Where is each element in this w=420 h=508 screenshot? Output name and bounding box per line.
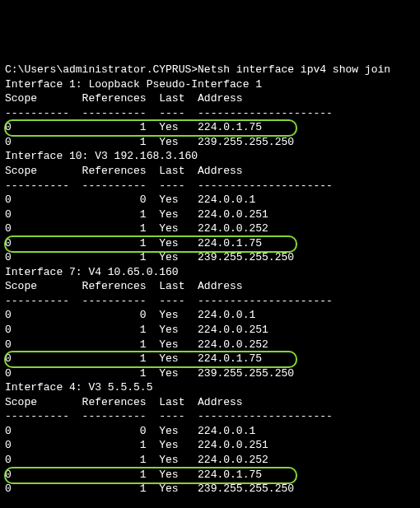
data-row: 0 1 Yes 224.0.1.75 [5,468,415,482]
data-row: 0 1 Yes 224.0.0.252 [5,338,415,352]
data-row: 0 1 Yes 224.0.1.75 [5,120,415,135]
column-headers: Scope References Last Address [5,279,415,294]
data-row: 0 1 Yes 239.255.255.250 [5,366,415,381]
interface-title: Interface 1: Loopback Pseudo-Interface 1 [5,77,415,92]
data-row: 0 0 Yes 224.0.0.1 [5,193,415,207]
data-row: 0 1 Yes 224.0.1.75 [5,352,415,366]
highlight-marker [4,467,297,484]
highlight-marker [4,351,297,368]
interface-title: Interface 4: V3 5.5.5.5 [5,380,415,395]
data-row: 0 1 Yes 224.0.0.252 [5,221,415,236]
data-row: 0 1 Yes 224.0.1.75 [5,236,415,251]
column-dashes: ---------- ---------- ---- -------------… [5,294,415,309]
data-row: 0 1 Yes 224.0.0.251 [5,438,415,453]
highlight-marker [4,235,297,253]
data-row: 0 1 Yes 224.0.0.251 [5,207,415,222]
data-row: 0 1 Yes 239.255.255.250 [5,135,415,150]
data-row: 0 1 Yes 224.0.0.251 [5,323,415,338]
column-dashes: ---------- ---------- ---- -------------… [5,409,415,424]
column-headers: Scope References Last Address [5,164,415,179]
column-headers: Scope References Last Address [5,91,415,106]
terminal-output: C:\Users\administrator.CYPRUS>Netsh inte… [5,63,415,496]
column-dashes: ---------- ---------- ---- -------------… [5,179,415,193]
data-row: 0 0 Yes 224.0.0.1 [5,424,415,439]
highlight-marker [4,119,297,137]
data-row: 0 1 Yes 239.255.255.250 [5,250,415,265]
interface-title: Interface 10: V3 192.168.3.160 [5,149,415,164]
data-row: 0 0 Yes 224.0.0.1 [5,308,415,323]
data-row: 0 1 Yes 239.255.255.250 [5,482,415,496]
column-dashes: ---------- ---------- ---- -------------… [5,106,415,121]
command-prompt: C:\Users\administrator.CYPRUS>Netsh inte… [5,63,415,77]
column-headers: Scope References Last Address [5,395,415,410]
data-row: 0 1 Yes 224.0.0.252 [5,453,415,468]
interface-title: Interface 7: V4 10.65.0.160 [5,265,415,280]
